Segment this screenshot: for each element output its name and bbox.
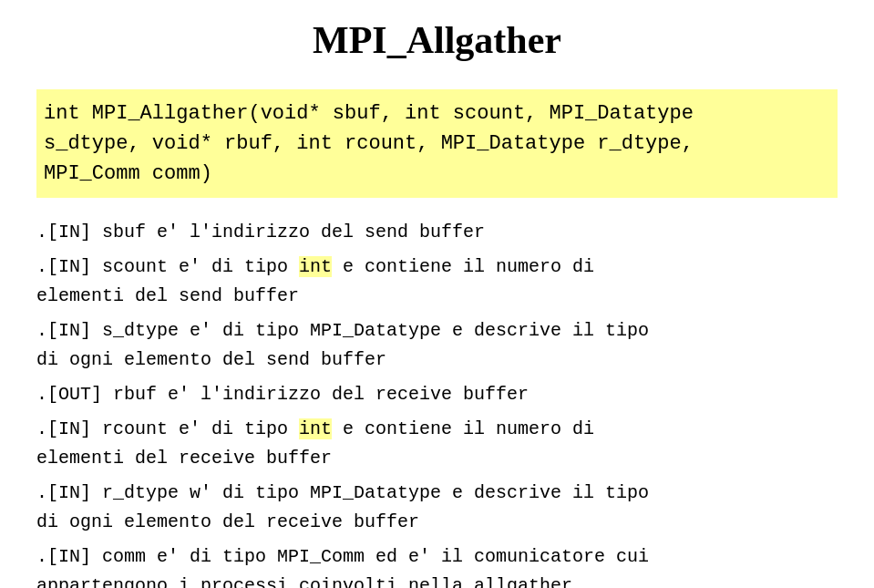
param-sdtype: .[IN] s_dtype e' di tipo MPI_Datatype e … bbox=[36, 316, 838, 375]
param-scount-text2: elementi del send buffer bbox=[36, 285, 299, 306]
params-list: .[IN] sbuf e' l'indirizzo del send buffe… bbox=[36, 218, 838, 588]
param-rbuf: .[OUT] rbuf e' l'indirizzo del receive b… bbox=[36, 380, 838, 409]
param-sdtype-text: .[IN] s_dtype e' di tipo MPI_Datatype e … bbox=[36, 320, 649, 341]
param-sbuf-text: .[IN] sbuf e' l'indirizzo del send buffe… bbox=[36, 222, 485, 242]
signature-line1: int MPI_Allgather(void* sbuf, int scount… bbox=[44, 102, 694, 125]
param-comm: .[IN] comm e' di tipo MPI_Comm ed e' il … bbox=[36, 542, 838, 588]
signature-line2: s_dtype, void* rbuf, int rcount, MPI_Dat… bbox=[44, 132, 694, 155]
param-rcount-text: .[IN] rcount e' di tipo int e contiene i… bbox=[36, 418, 594, 439]
function-signature: int MPI_Allgather(void* sbuf, int scount… bbox=[36, 89, 838, 198]
param-rcount: .[IN] rcount e' di tipo int e contiene i… bbox=[36, 415, 838, 473]
param-rdtype-text2: di ogni elemento del receive buffer bbox=[36, 511, 419, 532]
page-title: MPI_Allgather bbox=[36, 18, 838, 62]
param-scount: .[IN] scount e' di tipo int e contiene i… bbox=[36, 253, 838, 311]
param-rdtype-text: .[IN] r_dtype w' di tipo MPI_Datatype e … bbox=[36, 482, 649, 503]
param-sdtype-text2: di ogni elemento del send buffer bbox=[36, 349, 386, 370]
param-comm-text: .[IN] comm e' di tipo MPI_Comm ed e' il … bbox=[36, 546, 649, 567]
param-scount-text: .[IN] scount e' di tipo int e contiene i… bbox=[36, 256, 594, 277]
highlight-int-rcount: int bbox=[299, 418, 332, 439]
param-rbuf-text: .[OUT] rbuf e' l'indirizzo del receive b… bbox=[36, 384, 529, 405]
signature-line3: MPI_Comm comm) bbox=[44, 162, 212, 185]
param-rcount-text2: elementi del receive buffer bbox=[36, 448, 332, 469]
highlight-int-scount: int bbox=[299, 256, 332, 277]
param-rdtype: .[IN] r_dtype w' di tipo MPI_Datatype e … bbox=[36, 479, 838, 537]
param-sbuf: .[IN] sbuf e' l'indirizzo del send buffe… bbox=[36, 218, 838, 247]
param-comm-text2: appartengono i processi coinvolti nella … bbox=[36, 575, 572, 588]
